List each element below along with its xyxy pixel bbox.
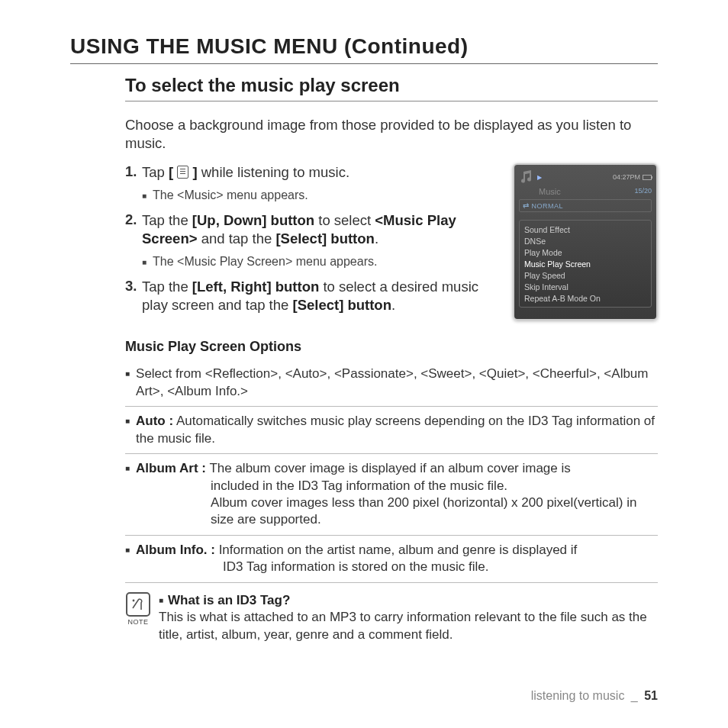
- footer-section: listening to music: [531, 689, 625, 702]
- bullet-icon: ■: [125, 542, 130, 576]
- device-menu-item-active: Music Play Screen: [524, 258, 646, 269]
- device-menu-item: Skip Interval: [524, 281, 646, 292]
- steps-column: 1. Tap [ ] while listening to music. ■ T…: [125, 163, 504, 321]
- t: .: [375, 230, 378, 246]
- menu-icon: [177, 166, 188, 179]
- step-2-sub: ■ The <Music Play Screen> menu appears.: [142, 255, 504, 270]
- device-mode: NORMAL: [532, 202, 564, 210]
- device-title: Music: [539, 187, 561, 196]
- device-menu-item: Sound Effect: [524, 224, 646, 235]
- option-text: Auto : Automatically switches music play…: [136, 413, 658, 447]
- note-label: NOTE: [125, 618, 151, 626]
- footer-sep: _: [631, 689, 638, 702]
- t: [Select] button: [292, 297, 391, 313]
- device-screenshot: ▶ 04:27PM Music 15/20 ⇄ NORMAL Sound E: [513, 163, 658, 321]
- t: Tap the: [142, 279, 192, 295]
- option-text: Album Art : The album cover image is dis…: [136, 460, 658, 529]
- step-number: 2.: [125, 211, 142, 249]
- music-note-icon: [519, 169, 534, 185]
- option-cont: ID3 Tag information is stored on the mus…: [136, 559, 577, 575]
- t: Tap the: [142, 212, 192, 228]
- device-mode-bar: ⇄ NORMAL: [519, 199, 652, 212]
- subsection-title: Music Play Screen Options: [125, 339, 658, 355]
- rule-thin: [125, 101, 658, 101]
- t: and tap the: [198, 230, 276, 246]
- device-menu-item: Repeat A-B Mode On: [524, 292, 646, 304]
- step-text: Tap the [Left, Right] button to select a…: [142, 278, 504, 315]
- option-cont: included in the ID3 Tag information of t…: [136, 478, 658, 494]
- sub-bullet-text: The <Music> menu appears.: [153, 188, 308, 204]
- bullet-icon: ■: [125, 460, 130, 529]
- device-time: 04:27PM: [613, 173, 640, 181]
- option-item: ■ Select from <Reflection>, <Auto>, <Pas…: [125, 359, 658, 407]
- bracket-close: ]: [188, 164, 197, 180]
- option-item: ■ Auto : Automatically switches music pl…: [125, 407, 658, 454]
- note-body: This is what is attached to an MP3 to ca…: [159, 610, 647, 641]
- bracket-open: [: [169, 164, 177, 180]
- option-text: Album Info. : Information on the artist …: [136, 542, 577, 576]
- step-1-sub: ■ The <Music> menu appears.: [142, 188, 504, 204]
- note-title: What is an ID3 Tag?: [168, 593, 290, 607]
- device-menu: Sound Effect DNSe Play Mode Music Play S…: [519, 220, 652, 308]
- t: [Left, Right] button: [192, 279, 319, 295]
- footer-page-number: 51: [644, 689, 658, 702]
- option-item: ■ Album Info. : Information on the artis…: [125, 536, 658, 583]
- bullet-icon: ■: [142, 255, 147, 270]
- note-icon: [126, 592, 150, 617]
- note-block: NOTE ■What is an ID3 Tag? This is what i…: [125, 592, 658, 643]
- note-content: ■What is an ID3 Tag? This is what is att…: [159, 592, 658, 643]
- bullet-icon: ■: [125, 413, 130, 447]
- bullet-icon: ■: [142, 188, 147, 204]
- step-text-suffix: while listening to music.: [198, 164, 350, 180]
- intro-text: Choose a background image from those pro…: [125, 116, 658, 153]
- option-label: Album Info. :: [136, 543, 215, 557]
- option-label: Album Art :: [136, 461, 206, 475]
- play-indicator-icon: ▶: [537, 174, 542, 181]
- device-menu-item: Play Mode: [524, 246, 646, 258]
- step-2: 2. Tap the [Up, Down] button to select <…: [125, 211, 504, 249]
- step-text: Tap the [Up, Down] button to select <Mus…: [142, 211, 504, 249]
- step-1: 1. Tap [ ] while listening to music.: [125, 163, 504, 182]
- svg-point-0: [133, 599, 135, 601]
- page-footer: listening to music _ 51: [70, 689, 658, 703]
- battery-icon: [643, 175, 652, 180]
- section-title: To select the music play screen: [125, 75, 658, 96]
- step-number: 3.: [125, 278, 142, 315]
- t: to select: [314, 212, 375, 228]
- step-number: 1.: [125, 163, 142, 182]
- bullet-icon: ■: [125, 366, 130, 400]
- t: [Up, Down] button: [192, 212, 314, 228]
- option-cont: Album cover images less than 200 pixel (…: [136, 494, 658, 529]
- bullet-icon: ■: [159, 596, 163, 604]
- option-body: Automatically switches music play screen…: [136, 414, 655, 445]
- option-item: ■ Album Art : The album cover image is d…: [125, 454, 658, 536]
- option-body: The album cover image is displayed if an…: [206, 461, 571, 475]
- rule-thick: [70, 63, 658, 64]
- step-text-prefix: Tap: [142, 164, 169, 180]
- option-body: Information on the artist name, album an…: [215, 543, 577, 557]
- t: [Select] button: [275, 230, 375, 246]
- sub-bullet-text: The <Music Play Screen> menu appears.: [153, 255, 377, 270]
- page-title: USING THE MUSIC MENU (Continued): [70, 34, 658, 59]
- step-text: Tap [ ] while listening to music.: [142, 163, 504, 182]
- step-3: 3. Tap the [Left, Right] button to selec…: [125, 278, 504, 315]
- device-menu-item: Play Speed: [524, 269, 646, 281]
- t: .: [391, 297, 395, 313]
- device-count: 15/20: [634, 187, 652, 196]
- option-text: Select from <Reflection>, <Auto>, <Passi…: [136, 366, 658, 400]
- device-menu-item: DNSe: [524, 235, 646, 246]
- option-label: Auto :: [136, 414, 173, 428]
- repeat-icon: ⇄: [523, 201, 530, 210]
